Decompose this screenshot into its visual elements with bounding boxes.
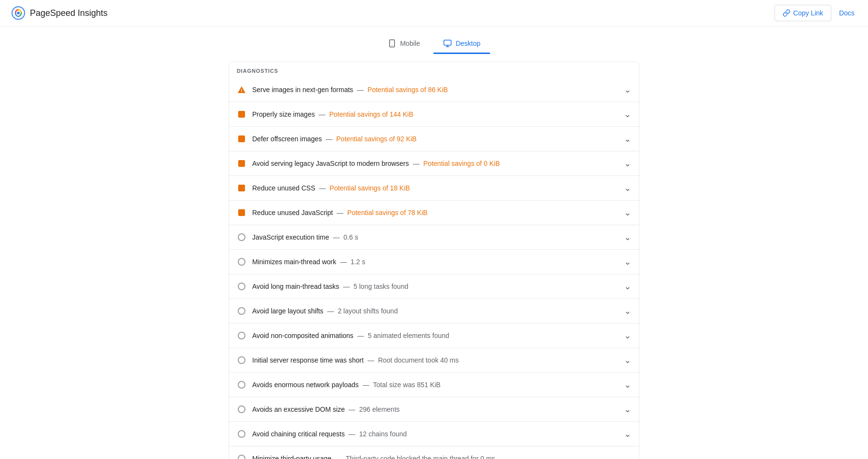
item-title: Avoids enormous network payloads (252, 381, 359, 389)
gray-circle-icon (237, 355, 246, 365)
item-text-avoid-legacy-js: Avoid serving legacy JavaScript to moder… (252, 160, 620, 167)
gray-circle-icon (237, 405, 246, 414)
item-savings: Potential savings of 78 KiB (347, 209, 428, 216)
main-content: DIAGNOSTICS ! Serve images in next-gen f… (217, 54, 651, 459)
docs-link[interactable]: Docs (837, 5, 856, 21)
diagnostic-item-non-composited[interactable]: Avoid non-composited animations — 5 anim… (229, 324, 639, 348)
chevron-down-icon: ⌄ (624, 232, 631, 243)
item-title: Minimizes main-thread work (252, 258, 336, 266)
chevron-down-icon: ⌄ (624, 183, 631, 193)
chevron-down-icon: ⌄ (624, 84, 631, 95)
warning-triangle-icon: ! (237, 85, 246, 94)
orange-square-icon (237, 159, 246, 168)
orange-square-icon (237, 208, 246, 217)
chevron-down-icon: ⌄ (624, 109, 631, 120)
chevron-down-icon: ⌄ (624, 429, 631, 439)
item-text-third-party: Minimize third-party usage — Third-party… (252, 455, 620, 459)
diagnostic-item-reduce-js[interactable]: Reduce unused JavaScript — Potential sav… (229, 201, 639, 225)
diagnostic-item-serve-images[interactable]: ! Serve images in next-gen formats — Pot… (229, 78, 639, 102)
item-text-properly-size: Properly size images — Potential savings… (252, 110, 620, 118)
item-title: Properly size images (252, 110, 315, 118)
item-savings: Potential savings of 144 KiB (329, 110, 413, 118)
item-text-dom-size: Avoids an excessive DOM size — 296 eleme… (252, 405, 620, 413)
item-text-js-execution: JavaScript execution time — 0.6 s (252, 233, 620, 241)
tabs-container: Mobile Desktop (0, 27, 868, 54)
diagnostic-item-dom-size[interactable]: Avoids an excessive DOM size — 296 eleme… (229, 397, 639, 422)
orange-square-icon (237, 183, 246, 193)
tab-mobile[interactable]: Mobile (378, 34, 430, 54)
tab-mobile-label: Mobile (400, 40, 420, 47)
item-text-main-thread: Minimizes main-thread work — 1.2 s (252, 258, 620, 266)
diagnostic-item-avoid-legacy-js[interactable]: Avoid serving legacy JavaScript to moder… (229, 151, 639, 176)
chevron-down-icon: ⌄ (624, 404, 631, 415)
gray-circle-icon (237, 282, 246, 291)
mobile-icon (388, 39, 396, 48)
header: PageSpeed Insights Copy Link Docs (0, 0, 868, 27)
diagnostic-item-third-party[interactable]: Minimize third-party usage — Third-party… (229, 446, 639, 459)
diagnostic-item-critical-requests[interactable]: Avoid chaining critical requests — 12 ch… (229, 422, 639, 446)
gray-circle-icon (237, 232, 246, 242)
item-detail: 296 elements (359, 405, 400, 413)
item-detail: 1.2 s (351, 258, 365, 266)
item-title: Avoid chaining critical requests (252, 430, 345, 438)
item-detail: Root document took 40 ms (378, 356, 459, 364)
item-title: Minimize third-party usage (252, 455, 331, 459)
item-title: Avoid non-composited animations (252, 332, 353, 339)
item-title: Avoids an excessive DOM size (252, 405, 345, 413)
item-text-long-tasks: Avoid long main-thread tasks — 5 long ta… (252, 283, 620, 290)
item-detail: 5 animated elements found (368, 332, 449, 339)
item-title: Reduce unused JavaScript (252, 209, 333, 216)
diagnostic-item-js-execution[interactable]: JavaScript execution time — 0.6 s ⌄ (229, 225, 639, 250)
item-text-server-response: Initial server response time was short —… (252, 356, 620, 364)
desktop-icon (443, 39, 452, 48)
tab-desktop[interactable]: Desktop (434, 34, 490, 54)
item-savings: Potential savings of 0 KiB (423, 160, 500, 167)
diagnostic-item-reduce-css[interactable]: Reduce unused CSS — Potential savings of… (229, 176, 639, 201)
copy-link-label: Copy Link (793, 9, 823, 17)
chevron-down-icon: ⌄ (624, 134, 631, 144)
item-detail: Total size was 851 KiB (373, 381, 441, 389)
chevron-down-icon: ⌄ (624, 306, 631, 316)
item-title: Avoid large layout shifts (252, 307, 324, 315)
gray-circle-icon (237, 306, 246, 316)
svg-text:!: ! (241, 88, 243, 93)
item-detail: 0.6 s (343, 233, 358, 241)
diagnostics-section-label: DIAGNOSTICS (229, 62, 639, 78)
chevron-down-icon: ⌄ (624, 207, 631, 218)
chevron-down-icon: ⌄ (624, 281, 631, 292)
copy-link-button[interactable]: Copy Link (774, 5, 831, 21)
link-icon (783, 9, 790, 17)
svg-rect-4 (444, 40, 451, 45)
item-detail: 12 chains found (359, 430, 407, 438)
item-text-reduce-js: Reduce unused JavaScript — Potential sav… (252, 209, 620, 216)
diagnostics-list: DIAGNOSTICS ! Serve images in next-gen f… (229, 62, 639, 459)
item-text-critical-requests: Avoid chaining critical requests — 12 ch… (252, 430, 620, 438)
pagespeed-logo (12, 6, 25, 20)
item-detail: Third-party code blocked the main thread… (346, 455, 495, 459)
item-savings: Potential savings of 86 KiB (367, 86, 448, 94)
diagnostic-item-defer-offscreen[interactable]: Defer offscreen images — Potential savin… (229, 127, 639, 151)
item-title: Defer offscreen images (252, 135, 322, 143)
diagnostic-item-network-payloads[interactable]: Avoids enormous network payloads — Total… (229, 373, 639, 397)
diagnostic-item-main-thread[interactable]: Minimizes main-thread work — 1.2 s ⌄ (229, 250, 639, 274)
item-detail: 2 layout shifts found (338, 307, 398, 315)
item-savings: Potential savings of 18 KiB (330, 184, 410, 192)
chevron-down-icon: ⌄ (624, 256, 631, 267)
diagnostic-item-properly-size[interactable]: Properly size images — Potential savings… (229, 102, 639, 127)
gray-circle-icon (237, 380, 246, 390)
header-left: PageSpeed Insights (12, 6, 108, 20)
diagnostic-item-layout-shifts[interactable]: Avoid large layout shifts — 2 layout shi… (229, 299, 639, 324)
app-title: PageSpeed Insights (30, 8, 108, 18)
item-text-layout-shifts: Avoid large layout shifts — 2 layout shi… (252, 307, 620, 315)
gray-circle-icon (237, 454, 246, 459)
item-title: Avoid serving legacy JavaScript to moder… (252, 160, 409, 167)
gray-circle-icon (237, 257, 246, 267)
item-title: Reduce unused CSS (252, 184, 315, 192)
diagnostic-item-long-tasks[interactable]: Avoid long main-thread tasks — 5 long ta… (229, 274, 639, 299)
orange-square-icon (237, 109, 246, 119)
item-text-network-payloads: Avoids enormous network payloads — Total… (252, 381, 620, 389)
item-title: Initial server response time was short (252, 356, 364, 364)
diagnostic-item-server-response[interactable]: Initial server response time was short —… (229, 348, 639, 373)
item-savings: Potential savings of 92 KiB (336, 135, 417, 143)
chevron-down-icon: ⌄ (624, 355, 631, 365)
